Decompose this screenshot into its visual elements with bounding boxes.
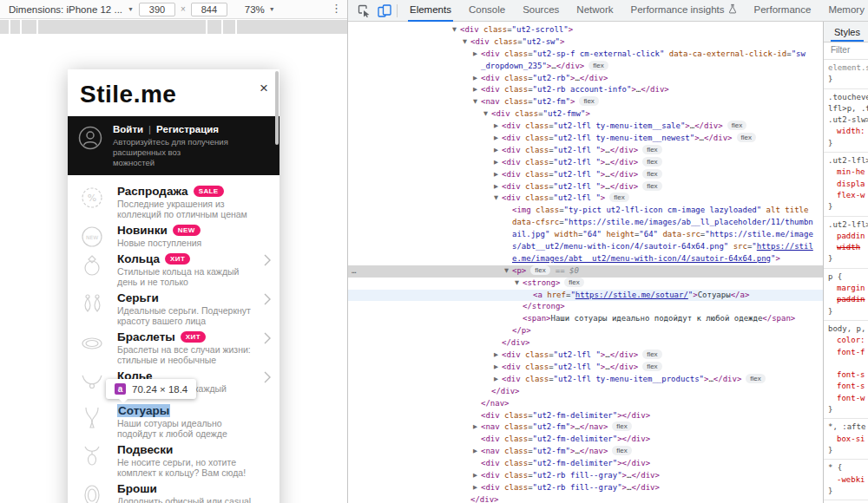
kebab-menu-icon[interactable]: ⋮ [331, 2, 342, 15]
menu-item-pendants[interactable]: ПодвескиНе носите серьги, но хотите комп… [68, 441, 279, 480]
expand-arrow-icon[interactable]: ▶ [494, 181, 502, 193]
dom-tree-node[interactable]: ▶<div class="ut2-lfl ">…</div>flex [348, 362, 823, 374]
dom-tree-node[interactable]: </nav> [348, 398, 823, 410]
flex-adorner-badge[interactable]: flex [727, 121, 746, 130]
dom-tree-node[interactable]: ▼<div class="ut2-lfl ">flex [348, 193, 823, 205]
dom-tree-node[interactable]: <img class="ty-pict ut2-lfl-icon cm-imag… [348, 205, 823, 217]
dom-tree-node[interactable]: ▶<div class="ut2-rb fill--gray">…</div> [348, 470, 823, 482]
expand-arrow-icon[interactable]: ▶ [494, 145, 502, 157]
dom-tree-node[interactable]: _dropdown_235">…</div>flex [348, 61, 823, 73]
style-rule[interactable]: .ut2-lfl>paddinwidth} [824, 217, 868, 269]
menu-item-sautoirs[interactable]: СотуарыНаши сотуары идеально подойдут к … [68, 402, 279, 441]
dom-tree-node[interactable]: ▶<div class="ut2-rb fill--gray">…</div> [348, 482, 823, 494]
flex-adorner-badge[interactable]: flex [737, 133, 756, 142]
tab-sources[interactable]: Sources [521, 0, 561, 22]
collapse-arrow-icon[interactable]: ▼ [494, 193, 502, 205]
menu-item-earrings[interactable]: СерьгиИдеальные серьги. Подчеркнут красо… [68, 289, 279, 328]
expand-arrow-icon[interactable]: ▶ [494, 349, 502, 362]
style-rule[interactable]: .ut2-lfl>min-hedisplaflex-w} [824, 153, 868, 216]
expand-arrow-icon[interactable]: ▶ [494, 374, 502, 386]
expand-arrow-icon[interactable]: ▶ [494, 133, 502, 145]
expand-arrow-icon[interactable]: ▶ [473, 482, 481, 494]
dom-tree-node[interactable]: ▶<nav class="ut2-fm">…</nav>flex [348, 446, 823, 458]
dom-tree-node[interactable]: </div> [348, 337, 823, 349]
dom-tree-node[interactable]: data-cfsrc="https://stile.me/images/ab__… [348, 217, 823, 229]
tab-performance-insights[interactable]: Performance insights [629, 0, 739, 22]
flex-adorner-badge[interactable]: flex [642, 349, 661, 359]
flex-adorner-badge[interactable]: flex [642, 145, 661, 154]
device-height-input[interactable]: 844 [191, 3, 227, 16]
site-logo[interactable]: Stile.me [68, 69, 279, 116]
flex-adorner-badge[interactable]: flex [612, 421, 631, 431]
dom-tree-node[interactable]: ▼<div class="ut2-sw"> [348, 36, 823, 49]
chevron-right-icon[interactable] [264, 293, 271, 309]
dom-tree-node[interactable]: ▼<nav class="ut2-fm">flex [348, 96, 823, 108]
device-dimensions-dropdown[interactable]: Dimensions: iPhone 12 ... ▼ [9, 4, 134, 15]
menu-item-sale[interactable]: %РаспродажаSALEПоследние украшения из ко… [68, 182, 279, 221]
menu-item-brooches[interactable]: БрошиДополнить офисный или casual образ [68, 480, 279, 503]
expand-arrow-icon[interactable]: ▶ [494, 362, 502, 374]
tab-elements[interactable]: Elements [408, 0, 453, 22]
dom-tree-node[interactable]: </p> [348, 325, 823, 337]
collapse-arrow-icon[interactable]: ▼ [515, 278, 523, 290]
menu-item-rings[interactable]: КольцаХИТСтильные кольца на каждый день … [68, 250, 279, 289]
flex-adorner-badge[interactable]: flex [579, 96, 598, 106]
style-rule[interactable]: element.s} [824, 60, 868, 89]
dom-tree-node[interactable]: ▶<div class="ut2-lfl ">…</div>flex [348, 349, 823, 362]
dom-tree-node[interactable]: ▶<div class="ut2-lfl ty-menu-item__produ… [348, 374, 823, 386]
flex-adorner-badge[interactable]: flex [589, 61, 608, 70]
dom-tree-node[interactable]: </strong> [348, 301, 823, 313]
flex-adorner-badge[interactable]: flex [642, 169, 661, 179]
dom-tree-node[interactable]: ▶<div class="ut2-lfl ty-menu-item__newes… [348, 133, 823, 145]
device-width-input[interactable]: 390 [139, 3, 175, 16]
expand-arrow-icon[interactable]: ▶ [494, 169, 502, 181]
chevron-right-icon[interactable] [264, 371, 271, 387]
flex-adorner-badge[interactable]: flex [642, 181, 661, 191]
menu-item-necklaces[interactable]: Кольеа каждыйa70.24 × 18.4 [68, 367, 279, 402]
styles-filter-input[interactable]: Filter [824, 42, 868, 60]
expand-arrow-icon[interactable]: ▶ [473, 421, 481, 434]
expand-arrow-icon[interactable]: ▶ [494, 157, 502, 169]
dom-tree-node[interactable]: ▶<div class="ut2-lfl ">…</div>flex [348, 145, 823, 157]
dom-tree-node[interactable]: <div class="ut2-fm-delimiter"></div> [348, 434, 823, 446]
node-overflow-dots[interactable]: … [352, 265, 357, 278]
dom-tree-node[interactable]: ▶<div class="ut2-lfl ">…</div>flex [348, 181, 823, 193]
collapse-arrow-icon[interactable]: ▼ [483, 108, 491, 121]
expand-arrow-icon[interactable]: ▶ [473, 446, 481, 458]
style-rule[interactable]: *, :aftebox-si} [824, 419, 868, 460]
flex-adorner-badge[interactable]: flex [530, 265, 549, 275]
dom-tree-node[interactable]: ▶<div class="ut2-rb">…</div> [348, 73, 823, 85]
expand-arrow-icon[interactable]: ▶ [473, 73, 481, 85]
expand-arrow-icon[interactable]: ▶ [473, 470, 481, 482]
dom-tree-node[interactable]: </div> [348, 494, 823, 503]
flex-adorner-badge[interactable]: flex [564, 278, 583, 287]
menu-item-bracelets[interactable]: БраслетыХИТБраслеты на все случаи жизни:… [68, 328, 279, 367]
dom-tree-node[interactable]: ▼<strong>flex [348, 278, 823, 290]
flex-adorner-badge[interactable]: flex [746, 374, 765, 383]
style-rule[interactable]: * {-webki} [824, 460, 868, 500]
menu-item-new[interactable]: NEWНовинкиNEWНовые поступления [68, 221, 279, 250]
dom-tree-node[interactable]: ▶<div class="ut2-lfl ">…</div>flex [348, 157, 823, 169]
expand-arrow-icon[interactable]: ▶ [473, 49, 481, 61]
chevron-right-icon[interactable] [264, 332, 271, 348]
dom-tree-node[interactable]: <span>Наши сотуары идеально подойдут к л… [348, 313, 823, 325]
device-toolbar-toggle-icon[interactable] [374, 2, 395, 19]
dom-tree-node[interactable]: ▶<nav class="ut2-fm">…</nav>flex [348, 421, 823, 434]
dom-tree-node[interactable]: ▶<div class="ut2-sp-f cm-external-click"… [348, 49, 823, 61]
dom-tree-node[interactable]: ▼<div class="ut2-fmw"> [348, 108, 823, 121]
tab-memory[interactable]: Memory [826, 0, 866, 22]
inspect-element-icon[interactable] [353, 2, 374, 19]
collapse-arrow-icon[interactable]: ▼ [452, 24, 460, 36]
style-rule[interactable]: p {marginpaddin} [824, 269, 868, 321]
close-icon[interactable]: × [260, 81, 268, 95]
flex-adorner-badge[interactable]: flex [642, 157, 661, 167]
dom-tree-node[interactable]: </div> [348, 386, 823, 398]
dom-tree-node[interactable]: e.me/images/abt__ut2/menu-with-icon/4/sa… [348, 253, 823, 265]
expand-arrow-icon[interactable]: ▶ [494, 121, 502, 133]
dom-tree-node[interactable]: <a href="https://stile.me/sotuar/">Сотуа… [348, 290, 823, 302]
register-link[interactable]: Регистрация [156, 124, 219, 134]
dom-tree-node[interactable]: s/abt__ut2/menu-with-icon/4/sautoir-64x6… [348, 241, 823, 253]
collapse-arrow-icon[interactable]: ▼ [504, 265, 512, 278]
dom-tree-node[interactable]: ▼<div class="ut2-scroll"> [348, 24, 823, 36]
menu-scrollbar[interactable] [275, 71, 279, 145]
